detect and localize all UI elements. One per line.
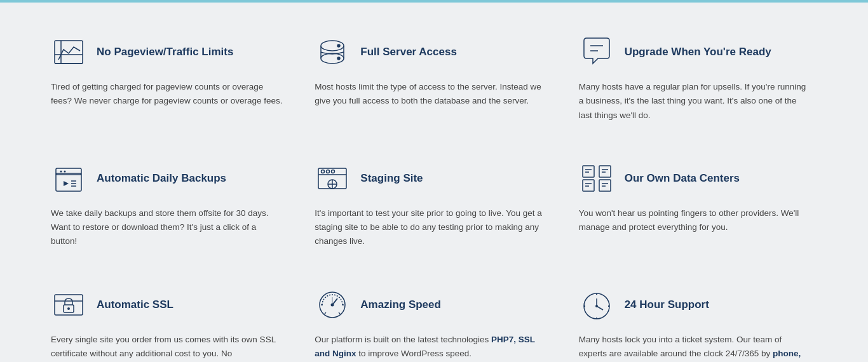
- feature-desc: Our platform is built on the latest tech…: [315, 333, 546, 361]
- feature-header: Full Server Access: [315, 34, 546, 70]
- feature-no-pageview: No Pageview/Traffic Limits Tired of gett…: [38, 15, 302, 142]
- feature-header: Upgrade When You're Ready: [579, 34, 811, 70]
- svg-rect-28: [599, 166, 611, 177]
- clock-icon: [579, 287, 614, 323]
- feature-ssl: Automatic SSL Every single site you orde…: [38, 268, 302, 362]
- svg-line-48: [339, 312, 340, 314]
- feature-header: 24 Hour Support: [579, 287, 811, 323]
- feature-desc: Tired of getting charged for pageview co…: [51, 80, 283, 109]
- feature-title: Staging Site: [360, 171, 423, 185]
- server-icon: [315, 34, 350, 70]
- feature-desc: Most hosts limit the type of access to t…: [315, 80, 546, 109]
- feature-title: Amazing Speed: [360, 298, 441, 312]
- feature-header: Automatic Daily Backups: [51, 161, 283, 196]
- feature-speed: Amazing Speed Our platform is built on t…: [302, 268, 566, 362]
- speed-icon: [315, 287, 350, 323]
- feature-header: Our Own Data Centers: [579, 161, 811, 196]
- feature-header: Staging Site: [315, 161, 546, 196]
- feature-header: No Pageview/Traffic Limits: [51, 34, 283, 70]
- svg-rect-12: [56, 173, 81, 191]
- feature-title: Full Server Access: [360, 45, 457, 59]
- chart-icon: [51, 34, 86, 70]
- feature-header: Amazing Speed: [315, 287, 546, 323]
- backup-icon: [51, 161, 86, 196]
- feature-desc: We take daily backups and store them off…: [51, 206, 283, 249]
- svg-rect-30: [599, 180, 611, 191]
- svg-line-47: [325, 312, 326, 314]
- datacenter-icon: [579, 161, 614, 196]
- feature-title: No Pageview/Traffic Limits: [97, 45, 233, 59]
- staging-icon: [315, 161, 350, 196]
- svg-point-9: [337, 57, 340, 60]
- svg-point-23: [332, 170, 335, 173]
- features-grid: No Pageview/Traffic Limits Tired of gett…: [0, 3, 868, 362]
- feature-datacenters: Our Own Data Centers You won't hear us p…: [566, 142, 830, 268]
- chat-icon: [579, 34, 614, 70]
- feature-support: 24 Hour Support Many hosts lock you into…: [566, 268, 830, 362]
- feature-title: Automatic Daily Backups: [97, 171, 226, 185]
- feature-title: Our Own Data Centers: [625, 171, 740, 185]
- feature-desc: Every single site you order from us come…: [51, 333, 283, 362]
- svg-point-42: [67, 307, 70, 310]
- feature-full-server: Full Server Access Most hosts limit the …: [302, 15, 566, 142]
- ssl-icon: [51, 287, 86, 323]
- svg-rect-29: [583, 180, 594, 191]
- svg-point-46: [331, 303, 334, 306]
- feature-desc: It's important to test your site prior t…: [315, 206, 546, 249]
- feature-title: 24 Hour Support: [625, 298, 709, 312]
- feature-title: Upgrade When You're Ready: [625, 45, 771, 59]
- svg-point-22: [327, 170, 330, 173]
- feature-title: Automatic SSL: [97, 298, 173, 312]
- svg-rect-27: [583, 166, 594, 177]
- feature-desc: Many hosts lock you into a ticket system…: [579, 333, 811, 362]
- svg-point-54: [595, 305, 598, 307]
- feature-staging: Staging Site It's important to test your…: [302, 142, 566, 268]
- feature-upgrade: Upgrade When You're Ready Many hosts hav…: [566, 15, 830, 142]
- feature-desc: Many hosts have a regular plan for upsel…: [579, 80, 811, 123]
- feature-header: Automatic SSL: [51, 287, 283, 323]
- svg-point-21: [322, 170, 325, 173]
- svg-rect-0: [55, 41, 83, 64]
- svg-point-8: [337, 44, 340, 47]
- feature-desc: You won't hear us pointing fingers to ot…: [579, 206, 811, 235]
- feature-backups: Automatic Daily Backups We take daily ba…: [38, 142, 302, 268]
